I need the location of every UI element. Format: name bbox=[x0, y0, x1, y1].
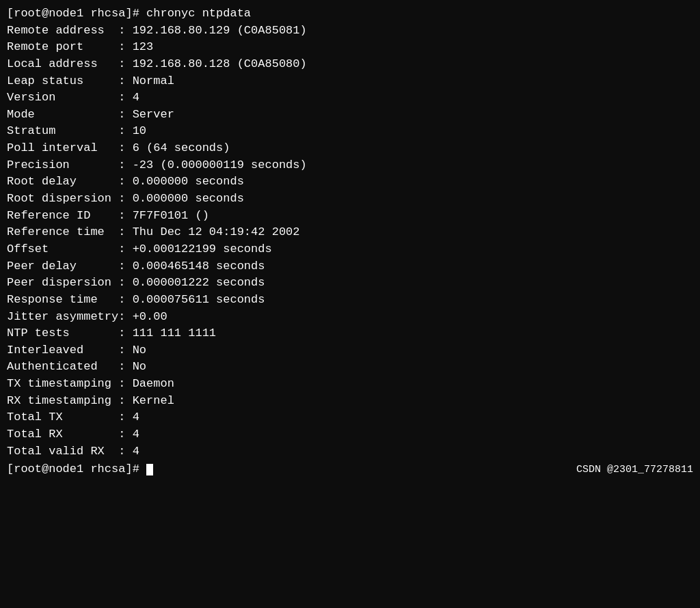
output-line: Jitter asymmetry: +0.00 bbox=[7, 309, 693, 326]
prompt: [root@node1 rhcsa]# chronyc ntpdata bbox=[7, 5, 251, 23]
output-value: 0.000075611 seconds bbox=[133, 292, 265, 309]
output-label: Version bbox=[7, 89, 118, 107]
output-value: +0.000122199 seconds bbox=[133, 241, 272, 258]
output-sep: : bbox=[118, 275, 132, 292]
output-value: 111 111 1111 bbox=[133, 325, 216, 342]
output-label: Poll interval bbox=[7, 140, 118, 157]
output-sep: : bbox=[118, 342, 132, 359]
output-line: Peer delay : 0.000465148 seconds bbox=[7, 258, 693, 275]
output-sep: : bbox=[118, 325, 132, 342]
output-line: Poll interval : 6 (64 seconds) bbox=[7, 140, 693, 157]
output-label: Remote port bbox=[7, 39, 118, 56]
output-label: Total RX bbox=[7, 426, 118, 443]
output-label: Leap status bbox=[7, 73, 118, 90]
output-value: 4 bbox=[133, 409, 139, 426]
output-line: Remote address : 192.168.80.129 (C0A8508… bbox=[7, 23, 693, 40]
output-label: Root delay bbox=[7, 174, 118, 191]
output-label: Total TX bbox=[7, 409, 118, 426]
output-label: RX timestamping bbox=[7, 393, 118, 410]
output-sep: : bbox=[118, 123, 132, 140]
output-value: 192.168.80.129 (C0A85081) bbox=[133, 23, 307, 40]
output-sep: : bbox=[118, 258, 132, 275]
output-sep: : bbox=[118, 224, 132, 241]
output-sep: : bbox=[118, 191, 132, 208]
output-sep: : bbox=[118, 376, 132, 393]
output-sep: : bbox=[118, 56, 132, 73]
output-label: Total valid RX bbox=[7, 443, 118, 460]
output-line: Leap status : Normal bbox=[7, 73, 693, 90]
output-label: Remote address bbox=[7, 23, 118, 40]
output-line: Total TX : 4 bbox=[7, 409, 693, 426]
output-value: No bbox=[133, 359, 146, 376]
output-value: Server bbox=[133, 107, 174, 124]
output-label: Precision bbox=[7, 157, 118, 174]
output-value: 0.000000 seconds bbox=[133, 191, 244, 208]
output-line: Local address : 192.168.80.128 (C0A85080… bbox=[7, 56, 693, 73]
output-value: No bbox=[133, 342, 146, 359]
output-line: Response time : 0.000075611 seconds bbox=[7, 292, 693, 309]
output-sep: : bbox=[118, 359, 132, 376]
output-sep: : bbox=[118, 39, 132, 56]
output-label: Authenticated bbox=[7, 359, 118, 376]
output-value: 7F7F0101 () bbox=[133, 208, 209, 225]
output-sep: : bbox=[118, 393, 132, 410]
output-value: Kernel bbox=[133, 393, 174, 410]
output-line: Remote port : 123 bbox=[7, 39, 693, 56]
footer-prompt-text: [root@node1 rhcsa]# bbox=[7, 462, 146, 475]
output-line: Version : 4 bbox=[7, 89, 693, 107]
output-line: Mode : Server bbox=[7, 107, 693, 124]
output-value: 6 (64 seconds) bbox=[133, 140, 230, 157]
output-value: 4 bbox=[133, 426, 139, 443]
output-value: -23 (0.000000119 seconds) bbox=[133, 157, 307, 174]
output-label: Reference ID bbox=[7, 208, 118, 225]
output-sep: : bbox=[118, 208, 132, 225]
output-value: 0.000000 seconds bbox=[133, 174, 244, 191]
output-label: Interleaved bbox=[7, 342, 118, 359]
output-line: Reference ID : 7F7F0101 () bbox=[7, 208, 693, 225]
output-value: Thu Dec 12 04:19:42 2002 bbox=[133, 224, 300, 241]
output-line: RX timestamping : Kernel bbox=[7, 393, 693, 410]
output-value: Normal bbox=[133, 73, 174, 90]
output-value: 10 bbox=[133, 123, 146, 140]
output-line: Total RX : 4 bbox=[7, 426, 693, 443]
output-value: 0.000001222 seconds bbox=[133, 275, 265, 292]
output-value: +0.00 bbox=[133, 309, 167, 326]
output-line: Reference time : Thu Dec 12 04:19:42 200… bbox=[7, 224, 693, 241]
output-line: NTP tests : 111 111 1111 bbox=[7, 325, 693, 342]
output-sep: : bbox=[118, 426, 132, 443]
output-value: 123 bbox=[133, 39, 154, 56]
output-sep: : bbox=[118, 157, 132, 174]
output-label: Reference time bbox=[7, 224, 118, 241]
output-sep: : bbox=[118, 89, 132, 107]
output-line: TX timestamping : Daemon bbox=[7, 376, 693, 393]
cursor bbox=[146, 464, 153, 475]
output-value: 192.168.80.128 (C0A85080) bbox=[133, 56, 307, 73]
output-line: Total valid RX : 4 bbox=[7, 443, 693, 460]
output-line: Precision : -23 (0.000000119 seconds) bbox=[7, 157, 693, 174]
output-sep: : bbox=[118, 241, 132, 258]
output-sep: : bbox=[118, 292, 132, 309]
output-line: Stratum : 10 bbox=[7, 123, 693, 140]
output-value: 4 bbox=[133, 443, 139, 460]
output-label: Root dispersion bbox=[7, 191, 118, 208]
output-line: Root delay : 0.000000 seconds bbox=[7, 174, 693, 191]
footer-prompt[interactable]: [root@node1 rhcsa]# bbox=[7, 461, 153, 478]
output-line: Interleaved : No bbox=[7, 342, 693, 359]
output-line: Root dispersion : 0.000000 seconds bbox=[7, 191, 693, 208]
watermark: CSDN @2301_77278811 bbox=[576, 462, 693, 478]
command-line: [root@node1 rhcsa]# chronyc ntpdata bbox=[7, 5, 693, 23]
output-value: 0.000465148 seconds bbox=[133, 258, 265, 275]
output-sep: : bbox=[118, 174, 132, 191]
output-line: Peer dispersion : 0.000001222 seconds bbox=[7, 275, 693, 292]
output-sep: : bbox=[118, 107, 132, 124]
output-sep: : bbox=[118, 443, 132, 460]
output-line: Authenticated : No bbox=[7, 359, 693, 376]
footer-line: [root@node1 rhcsa]# CSDN @2301_77278811 bbox=[7, 461, 693, 478]
output-label: Offset bbox=[7, 241, 118, 258]
output-label: Stratum bbox=[7, 123, 118, 140]
output-sep: : bbox=[118, 309, 132, 326]
output-label: NTP tests bbox=[7, 325, 118, 342]
output-label: Peer delay bbox=[7, 258, 118, 275]
terminal: [root@node1 rhcsa]# chronyc ntpdata Remo… bbox=[7, 5, 693, 603]
output-sep: : bbox=[118, 409, 132, 426]
